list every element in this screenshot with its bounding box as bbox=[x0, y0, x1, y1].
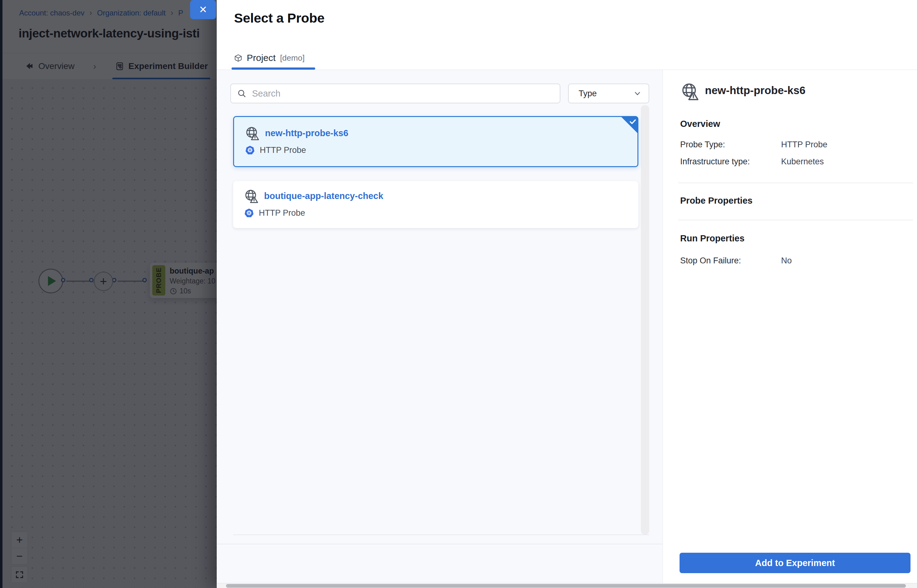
probe-type-field-label: Probe Type: bbox=[680, 140, 725, 149]
probe-type-label: HTTP Probe bbox=[260, 145, 306, 155]
probe-details-title: new-http-probe-ks6 bbox=[705, 84, 805, 97]
list-bottom-border bbox=[233, 535, 649, 535]
modal-title: Select a Probe bbox=[234, 11, 325, 26]
stop-on-failure-value: No bbox=[781, 256, 792, 265]
probe-type-label: HTTP Probe bbox=[259, 208, 305, 218]
select-probe-modal: ✕ Select a Probe Project [demo] Type new… bbox=[217, 0, 917, 588]
panel-bottom-border bbox=[217, 544, 663, 544]
tab-project[interactable]: Project [demo] bbox=[234, 49, 305, 67]
overview-heading: Overview bbox=[680, 119, 720, 129]
http-probe-globe-icon bbox=[244, 189, 260, 205]
infrastructure-type-field-value: Kubernetes bbox=[781, 157, 824, 166]
chevron-down-icon bbox=[633, 89, 642, 98]
add-to-experiment-button[interactable]: Add to Experiment bbox=[679, 553, 911, 573]
type-filter-dropdown[interactable]: Type bbox=[568, 84, 649, 103]
run-properties-heading: Run Properties bbox=[680, 233, 744, 244]
probe-type-row: HTTP Probe bbox=[244, 208, 305, 218]
probe-details-panel: new-http-probe-ks6 Overview Probe Type: … bbox=[663, 70, 917, 588]
probe-type-row: HTTP Probe bbox=[245, 145, 306, 155]
horizontal-scrollbar-track bbox=[217, 583, 917, 588]
close-button[interactable]: ✕ bbox=[190, 0, 216, 19]
probe-properties-heading: Probe Properties bbox=[680, 195, 753, 206]
probe-name-link[interactable]: new-http-probe-ks6 bbox=[265, 128, 348, 138]
section-divider bbox=[678, 183, 913, 183]
selected-corner-badge bbox=[620, 116, 638, 134]
kubernetes-icon bbox=[244, 208, 254, 218]
kubernetes-icon bbox=[245, 145, 255, 155]
probe-card-new-http-probe-ks6[interactable]: new-http-probe-ks6 HTTP Probe bbox=[233, 116, 638, 167]
probe-list-panel: Type new-http-probe-ks6 HTTP Probe bou bbox=[217, 70, 663, 588]
probe-name-link[interactable]: boutique-app-latency-check bbox=[264, 191, 383, 201]
search-input[interactable] bbox=[251, 88, 553, 99]
probe-card-boutique-app-latency-check[interactable]: boutique-app-latency-check HTTP Probe bbox=[233, 181, 638, 228]
page: Account: chaos-dev › Organization: defau… bbox=[0, 0, 917, 588]
tab-project-scope: [demo] bbox=[280, 53, 305, 63]
type-filter-label: Type bbox=[579, 89, 633, 99]
list-scrollbar-track[interactable] bbox=[641, 105, 649, 535]
tab-project-label: Project bbox=[247, 53, 275, 63]
section-divider bbox=[678, 220, 913, 220]
probe-type-field-value: HTTP Probe bbox=[781, 140, 828, 149]
http-probe-globe-icon bbox=[680, 82, 700, 102]
infrastructure-type-field-label: Infrastructure type: bbox=[680, 157, 750, 166]
cube-icon bbox=[234, 54, 243, 62]
stop-on-failure-label: Stop On Failure: bbox=[680, 256, 741, 265]
horizontal-scrollbar-thumb[interactable] bbox=[226, 584, 906, 588]
active-tab-underline bbox=[231, 68, 315, 69]
search-icon bbox=[237, 89, 246, 98]
http-probe-globe-icon bbox=[244, 126, 261, 142]
check-icon bbox=[629, 118, 637, 126]
search-input-wrap bbox=[230, 84, 560, 103]
